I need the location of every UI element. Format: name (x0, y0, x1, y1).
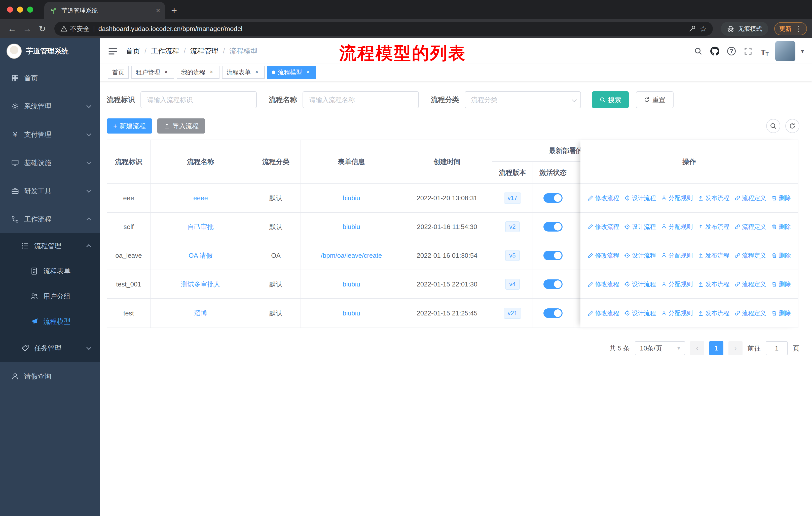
hamburger-icon[interactable] (108, 46, 118, 56)
window-close-button[interactable] (7, 6, 13, 12)
publish-process-link[interactable]: 发布流程 (698, 309, 729, 317)
sidebar-item-payment[interactable]: ¥ 支付管理 (0, 120, 100, 148)
delete-link[interactable]: 删除 (771, 280, 791, 288)
tag-process-model[interactable]: 流程模型 × (267, 66, 316, 79)
password-key-icon[interactable] (689, 25, 696, 32)
modify-process-link[interactable]: 修改流程 (587, 280, 619, 288)
new-tab-button[interactable]: + (171, 5, 177, 16)
sidebar-item-user-group[interactable]: 用户分组 (0, 284, 100, 309)
modify-process-link[interactable]: 修改流程 (587, 251, 619, 260)
goto-page-input[interactable] (766, 341, 788, 355)
forward-icon[interactable]: → (20, 22, 34, 36)
process-name-link[interactable]: 自己审批 (187, 222, 214, 231)
process-definition-link[interactable]: 流程定义 (734, 309, 766, 317)
breadcrumb-item[interactable]: 流程管理 (190, 46, 219, 56)
fullscreen-icon[interactable] (742, 45, 754, 57)
active-toggle[interactable] (544, 193, 562, 203)
delete-link[interactable]: 删除 (771, 194, 791, 202)
sidebar-item-process-form[interactable]: 流程表单 (0, 259, 100, 284)
process-name-link[interactable]: 滔博 (194, 309, 207, 318)
sidebar-item-workflow[interactable]: 工作流程 (0, 205, 100, 233)
sidebar-item-infrastructure[interactable]: 基础设施 (0, 148, 100, 177)
design-process-link[interactable]: 设计流程 (624, 251, 656, 260)
font-size-icon[interactable]: TT (759, 45, 771, 57)
reload-icon[interactable]: ↻ (35, 22, 49, 36)
next-page-button[interactable]: › (728, 341, 743, 355)
active-toggle[interactable] (544, 251, 562, 260)
form-info-link[interactable]: /bpm/oa/leave/create (321, 252, 382, 260)
publish-process-link[interactable]: 发布流程 (698, 280, 729, 288)
back-icon[interactable]: ← (5, 22, 19, 36)
app-logo[interactable]: 芋道管理系统 (0, 38, 100, 64)
process-definition-link[interactable]: 流程定义 (734, 251, 766, 260)
modify-process-link[interactable]: 修改流程 (587, 194, 619, 202)
delete-link[interactable]: 删除 (771, 223, 791, 231)
tab-close-icon[interactable]: × (156, 6, 160, 15)
process-name-input[interactable] (302, 91, 419, 108)
design-process-link[interactable]: 设计流程 (624, 223, 656, 231)
publish-process-link[interactable]: 发布流程 (698, 251, 729, 260)
sidebar-item-process-management[interactable]: 流程管理 (0, 233, 100, 259)
process-definition-link[interactable]: 流程定义 (734, 194, 766, 202)
page-1-button[interactable]: 1 (709, 341, 723, 355)
assign-rule-link[interactable]: 分配规则 (661, 223, 693, 231)
reset-button[interactable]: 重置 (636, 91, 673, 108)
assign-rule-link[interactable]: 分配规则 (661, 280, 693, 288)
modify-process-link[interactable]: 修改流程 (587, 309, 619, 317)
sidebar-item-task-management[interactable]: 任务管理 (0, 334, 100, 362)
tag-process-form[interactable]: 流程表单 × (222, 66, 265, 79)
tag-home[interactable]: 首页 (108, 66, 129, 79)
breadcrumb-item[interactable]: 工作流程 (151, 46, 179, 56)
browser-tab[interactable]: 芋道管理系统 × (44, 2, 165, 19)
process-definition-link[interactable]: 流程定义 (734, 223, 766, 231)
window-zoom-button[interactable] (27, 6, 33, 12)
modify-process-link[interactable]: 修改流程 (587, 223, 619, 231)
active-toggle[interactable] (544, 222, 562, 232)
browser-update-button[interactable]: 更新 ⋮ (774, 22, 807, 35)
bookmark-star-icon[interactable]: ☆ (699, 24, 707, 33)
form-info-link[interactable]: biubiu (343, 223, 360, 231)
browser-menu-icon[interactable]: ⋮ (795, 25, 802, 33)
close-icon[interactable]: × (304, 69, 312, 76)
process-id-input[interactable] (141, 91, 257, 108)
form-info-link[interactable]: biubiu (343, 194, 360, 202)
sidebar-item-system[interactable]: 系统管理 (0, 92, 100, 120)
assign-rule-link[interactable]: 分配规则 (661, 194, 693, 202)
sidebar-item-leave-query[interactable]: 请假查询 (0, 362, 100, 390)
window-minimize-button[interactable] (17, 6, 23, 12)
toggle-search-button[interactable] (766, 119, 780, 133)
close-icon[interactable]: × (208, 69, 215, 76)
close-icon[interactable]: × (163, 69, 170, 76)
create-process-button[interactable]: + 新建流程 (107, 118, 152, 134)
design-process-link[interactable]: 设计流程 (624, 309, 656, 317)
sidebar-item-process-model[interactable]: 流程模型 (0, 309, 100, 334)
form-info-link[interactable]: biubiu (343, 280, 360, 288)
design-process-link[interactable]: 设计流程 (624, 280, 656, 288)
active-toggle[interactable] (544, 308, 562, 318)
search-icon[interactable] (692, 45, 704, 57)
process-name-link[interactable]: OA 请假 (188, 251, 212, 260)
page-size-select[interactable]: 10条/页 ▾ (635, 341, 685, 355)
prev-page-button[interactable]: ‹ (690, 341, 704, 355)
refresh-table-button[interactable] (785, 119, 800, 133)
tag-my-process[interactable]: 我的流程 × (177, 66, 220, 79)
process-definition-link[interactable]: 流程定义 (734, 280, 766, 288)
delete-link[interactable]: 删除 (771, 251, 791, 260)
sidebar-item-devtools[interactable]: 研发工具 (0, 177, 100, 205)
active-toggle[interactable] (544, 279, 562, 289)
assign-rule-link[interactable]: 分配规则 (661, 309, 693, 317)
security-warning[interactable]: 不安全 (60, 24, 90, 33)
user-avatar[interactable] (775, 41, 795, 61)
address-bar[interactable]: 不安全 | dashboard.yudao.iocoder.cn/bpm/man… (54, 22, 713, 36)
assign-rule-link[interactable]: 分配规则 (661, 251, 693, 260)
publish-process-link[interactable]: 发布流程 (698, 223, 729, 231)
tag-tenant[interactable]: 租户管理 × (132, 66, 174, 79)
publish-process-link[interactable]: 发布流程 (698, 194, 729, 202)
process-category-select[interactable] (465, 91, 581, 108)
breadcrumb-item[interactable]: 首页 (126, 46, 140, 56)
close-icon[interactable]: × (253, 69, 260, 76)
process-name-link[interactable]: eeee (193, 194, 208, 202)
design-process-link[interactable]: 设计流程 (624, 194, 656, 202)
process-name-link[interactable]: 测试多审批人 (181, 280, 220, 289)
delete-link[interactable]: 删除 (771, 309, 791, 317)
